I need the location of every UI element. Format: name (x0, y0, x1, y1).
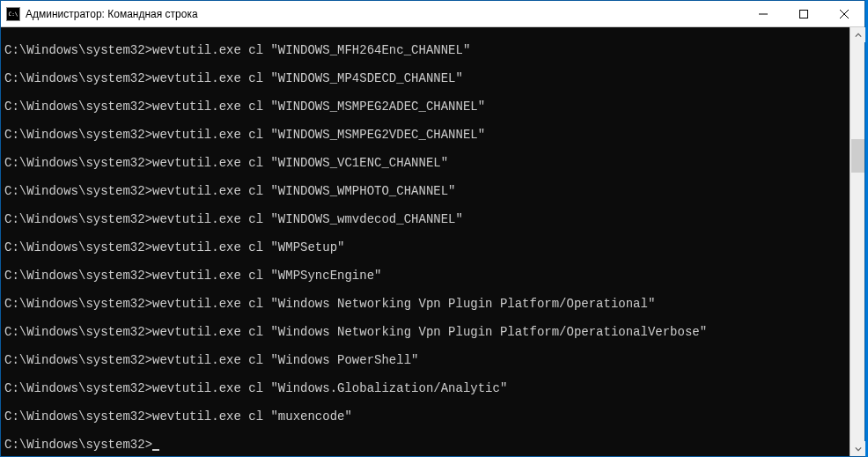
minimize-button[interactable] (743, 1, 783, 26)
console-line: C:\Windows\system32>wevtutil.exe cl "WIN… (4, 212, 846, 226)
console-line (4, 367, 846, 381)
console-line (4, 57, 846, 71)
cursor (152, 449, 159, 451)
console-current-prompt: C:\Windows\system32> (4, 438, 846, 452)
console-output[interactable]: C:\Windows\system32>wevtutil.exe cl "WIN… (1, 27, 850, 456)
console-line (4, 142, 846, 156)
maximize-icon (799, 10, 808, 18)
console-line: C:\Windows\system32>wevtutil.exe cl "WIN… (4, 43, 846, 57)
console-line: C:\Windows\system32>wevtutil.exe cl "WMP… (4, 240, 846, 254)
chevron-up-icon (855, 32, 862, 39)
command-prompt-window: C:\ Администратор: Командная строка C:\W… (0, 0, 865, 457)
scroll-track[interactable] (850, 42, 864, 441)
console-line (4, 114, 846, 128)
console-line (4, 311, 846, 325)
console-line (4, 339, 846, 353)
console-line (4, 226, 846, 240)
console-line (4, 254, 846, 269)
console-line (4, 198, 846, 212)
console-line: C:\Windows\system32>wevtutil.exe cl "WIN… (4, 184, 846, 198)
console-line (4, 424, 846, 438)
console-line: C:\Windows\system32>wevtutil.exe cl "WIN… (4, 156, 846, 170)
close-icon (840, 10, 849, 18)
console-line (4, 29, 846, 43)
console-line: C:\Windows\system32>wevtutil.exe cl "WIN… (4, 128, 846, 142)
console-line: C:\Windows\system32>wevtutil.exe cl "mux… (4, 409, 846, 424)
console-line (4, 85, 846, 100)
vertical-scrollbar[interactable] (850, 27, 864, 456)
console-line: C:\Windows\system32>wevtutil.exe cl "WIN… (4, 71, 846, 85)
scroll-down-button[interactable] (850, 441, 865, 456)
minimize-icon (759, 10, 768, 18)
scroll-up-button[interactable] (850, 27, 865, 42)
cmd-icon: C:\ (6, 7, 20, 21)
window-title: Администратор: Командная строка (26, 8, 743, 20)
console-line: C:\Windows\system32>wevtutil.exe cl "Win… (4, 325, 846, 339)
close-button[interactable] (824, 1, 864, 26)
console-line: C:\Windows\system32>wevtutil.exe cl "Win… (4, 353, 846, 367)
chevron-down-icon (855, 446, 862, 453)
console-line (4, 283, 846, 297)
svg-rect-1 (800, 10, 808, 18)
console-area: C:\Windows\system32>wevtutil.exe cl "WIN… (1, 27, 864, 456)
console-line: C:\Windows\system32>wevtutil.exe cl "WIN… (4, 100, 846, 114)
console-line (4, 170, 846, 184)
window-controls (743, 1, 864, 26)
maximize-button[interactable] (783, 1, 824, 26)
scroll-thumb[interactable] (851, 139, 864, 173)
console-line: C:\Windows\system32>wevtutil.exe cl "WMP… (4, 269, 846, 283)
console-line (4, 395, 846, 409)
titlebar[interactable]: C:\ Администратор: Командная строка (1, 1, 864, 27)
console-line: C:\Windows\system32>wevtutil.exe cl "Win… (4, 297, 846, 311)
console-line: C:\Windows\system32>wevtutil.exe cl "Win… (4, 381, 846, 395)
